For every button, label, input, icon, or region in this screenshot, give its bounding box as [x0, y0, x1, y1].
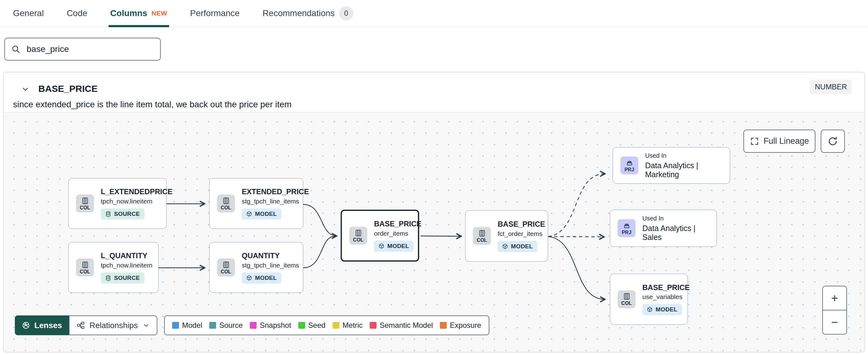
zoom-in-button[interactable]: + [823, 286, 846, 310]
column-card: BASE_PRICE NUMBER since extended_price i… [3, 72, 865, 353]
column-icon: COL [217, 259, 235, 276]
tab-general[interactable]: General [13, 0, 44, 27]
column-icon: COL [217, 195, 235, 212]
database-icon [105, 275, 111, 281]
node-kind-label: COL [80, 205, 90, 210]
model-badge: MODEL [498, 241, 537, 252]
node-subtitle: tpch_now.lineitem [101, 262, 152, 269]
node-kind-label: PRJ [622, 230, 631, 235]
badge-label: MODEL [255, 211, 277, 217]
lineage-node-base-price-fct-order-items[interactable]: COL BASE_PRICE fct_order_items MODEL [465, 210, 548, 262]
legend-label: Snapshot [260, 321, 291, 330]
source-badge: SOURCE [101, 208, 144, 219]
full-lineage-button[interactable]: Full Lineage [743, 129, 815, 153]
lineage-node-l-quantity[interactable]: COL L_QUANTITY tpch_now.lineitem SOURCE [68, 242, 159, 293]
node-kind-label: COL [621, 301, 632, 306]
node-title: BASE_PRICE [642, 283, 690, 292]
badge-label: MODEL [255, 275, 277, 282]
lenses-label: Lenses [34, 321, 62, 330]
relationships-icon [76, 321, 85, 330]
legend-label: Model [182, 321, 202, 330]
lineage-node-base-price-use-variables[interactable]: COL BASE_PRICE use_variables MODEL [610, 274, 688, 325]
edge-fctorderitems-to-sales [548, 237, 604, 237]
node-title: L_QUANTITY [101, 252, 148, 260]
node-title: QUANTITY [242, 252, 280, 260]
edge-baseprice-to-fctorderitems [421, 236, 461, 236]
legend-item-seed: Seed [298, 321, 326, 330]
edge-fctorderitems-to-usevariables [548, 237, 605, 299]
search-icon [11, 45, 21, 54]
node-project-name: Data Analytics | Marketing [645, 161, 730, 179]
tab-columns[interactable]: Columns NEW [111, 0, 167, 27]
edge-quantity-to-baseprice [303, 236, 335, 268]
node-kind-label: COL [353, 237, 364, 242]
model-badge: MODEL [242, 272, 281, 284]
node-subtitle: use_variables [642, 293, 683, 301]
column-icon: COL [618, 290, 636, 308]
relationships-label: Relationships [90, 321, 138, 330]
legend-swatch [440, 322, 447, 329]
badge-label: MODEL [511, 243, 533, 250]
model-badge: MODEL [374, 241, 413, 252]
legend: Model Source Snapshot Seed Metric [164, 316, 489, 335]
badge-label: MODEL [387, 243, 409, 249]
column-search-box[interactable] [4, 38, 161, 61]
relationships-dropdown[interactable]: Relationships [69, 316, 157, 335]
lenses-button[interactable]: Lenses [15, 316, 69, 335]
node-subtitle: tpch_now.lineitem [101, 198, 152, 205]
legend-label: Metric [342, 321, 363, 330]
lineage-node-l-extendedprice[interactable]: COL L_EXTENDEDPRICE tpch_now.lineitem SO… [68, 178, 166, 229]
column-icon: COL [473, 227, 491, 245]
node-title: BASE_PRICE [498, 220, 545, 229]
column-icon: COL [76, 259, 94, 276]
node-kind-label: COL [477, 238, 487, 243]
legend-swatch [172, 322, 179, 329]
zoom-out-button[interactable]: − [823, 310, 846, 334]
cube-icon [246, 211, 252, 217]
tab-label: Code [67, 8, 88, 18]
legend-item-metric: Metric [333, 321, 363, 330]
badge-label: MODEL [656, 306, 678, 313]
tab-bar: General Code Columns NEW Performance Rec… [0, 0, 868, 27]
node-kind-label: COL [221, 205, 231, 210]
chevron-down-icon [143, 322, 150, 329]
node-subtitle: stg_tpch_line_items [242, 262, 299, 269]
tab-code[interactable]: Code [67, 0, 88, 27]
lineage-node-quantity[interactable]: COL QUANTITY stg_tpch_line_items MODEL [209, 242, 303, 293]
node-title: L_EXTENDEDPRICE [101, 187, 173, 196]
tab-label: Columns [111, 8, 148, 18]
recommendations-count-badge: 0 [339, 6, 353, 21]
node-kind-label: COL [80, 269, 90, 274]
lineage-node-extended-price[interactable]: COL EXTENDED_PRICE stg_tpch_line_items M… [209, 178, 303, 229]
source-badge: SOURCE [101, 272, 144, 284]
badge-label: SOURCE [114, 211, 140, 217]
lineage-node-used-in-sales[interactable]: PRJ Used In Data Analytics | Sales [610, 210, 717, 247]
node-project-name: Data Analytics | Sales [642, 224, 716, 242]
chevron-down-icon[interactable] [21, 85, 30, 95]
legend-item-model: Model [172, 321, 202, 330]
node-subtitle: stg_tpch_line_items [242, 198, 299, 205]
node-used-in-label: Used In [645, 152, 666, 159]
tab-recommendations[interactable]: Recommendations 0 [262, 0, 353, 27]
refresh-button[interactable] [821, 129, 845, 153]
legend-swatch [209, 322, 216, 329]
refresh-icon [828, 136, 838, 147]
edge-fctorderitems-to-marketing [548, 174, 605, 237]
lineage-node-base-price-order-items[interactable]: COL BASE_PRICE order_items MODEL [341, 210, 419, 262]
search-input[interactable] [26, 44, 154, 54]
node-subtitle: order_items [374, 230, 408, 237]
expand-icon [750, 137, 759, 146]
column-lineage-page: General Code Columns NEW Performance Rec… [0, 0, 868, 355]
lineage-canvas[interactable]: COL L_EXTENDEDPRICE tpch_now.lineitem SO… [4, 112, 864, 353]
node-title: BASE_PRICE [374, 219, 421, 228]
node-subtitle: fct_order_items [498, 230, 542, 237]
lineage-node-used-in-marketing[interactable]: PRJ Used In Data Analytics | Marketing [613, 147, 730, 184]
node-kind-label: PRJ [624, 167, 634, 172]
full-lineage-label: Full Lineage [764, 137, 809, 146]
tab-performance[interactable]: Performance [190, 0, 240, 27]
legend-label: Semantic Model [380, 321, 433, 330]
column-description: since extended_price is the line item to… [13, 99, 291, 110]
column-type-badge: NUMBER [810, 80, 852, 94]
legend-swatch [333, 322, 339, 329]
legend-label: Exposure [450, 321, 481, 330]
